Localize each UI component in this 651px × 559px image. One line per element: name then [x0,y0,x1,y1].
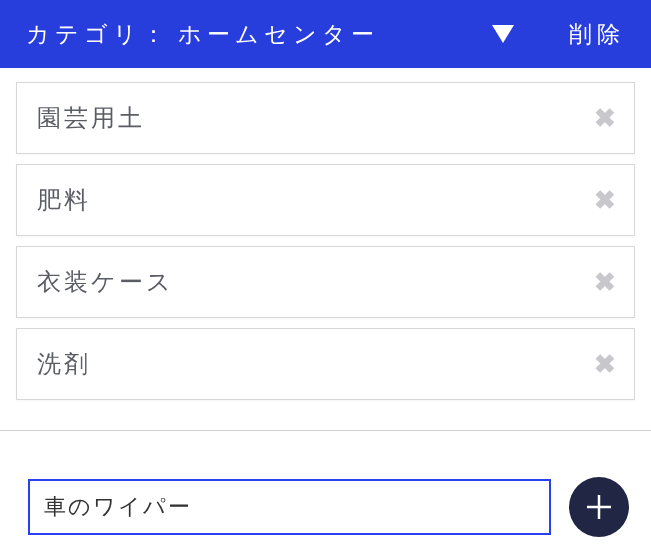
header-actions: 削除 [492,19,625,50]
header-category[interactable]: カテゴリ： ホームセンター [26,19,379,50]
delete-button[interactable]: 削除 [569,19,625,50]
list-item-label: 洗剤 [37,348,91,380]
add-button[interactable] [569,477,629,537]
category-label: カテゴリ： [26,19,170,50]
list-item-label: 肥料 [37,184,91,216]
plus-icon [584,492,614,522]
dropdown-icon[interactable] [492,25,514,43]
input-area [0,455,651,559]
new-item-input[interactable] [28,479,551,535]
list-item-label: 園芸用土 [37,102,145,134]
header-bar: カテゴリ： ホームセンター 削除 [0,0,651,68]
list-item-label: 衣装ケース [37,266,174,298]
item-list: 園芸用土 ✖ 肥料 ✖ 衣装ケース ✖ 洗剤 ✖ [0,68,651,400]
section-divider [0,430,651,431]
list-item[interactable]: 肥料 ✖ [16,164,635,236]
category-value: ホームセンター [178,19,379,50]
close-icon[interactable]: ✖ [594,349,616,380]
list-item[interactable]: 衣装ケース ✖ [16,246,635,318]
close-icon[interactable]: ✖ [594,267,616,298]
list-item[interactable]: 園芸用土 ✖ [16,82,635,154]
close-icon[interactable]: ✖ [594,185,616,216]
close-icon[interactable]: ✖ [594,103,616,134]
svg-marker-0 [492,25,514,43]
list-item[interactable]: 洗剤 ✖ [16,328,635,400]
